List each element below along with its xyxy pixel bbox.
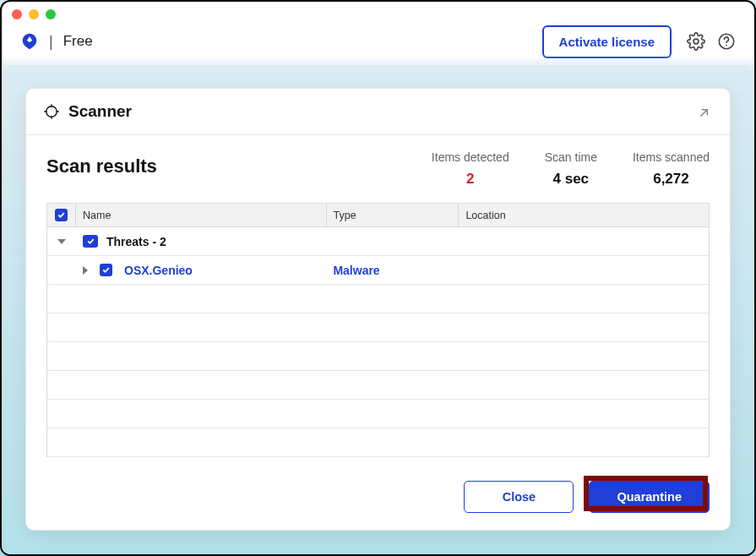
- stat: Items scanned6,272: [633, 150, 710, 188]
- stat: Items detected2: [432, 150, 509, 188]
- brand-logo-icon: [20, 32, 39, 51]
- gear-icon[interactable]: [687, 32, 705, 51]
- stat-value: 2: [432, 171, 509, 188]
- window-titlebar: [2, 2, 754, 27]
- column-name[interactable]: Name: [76, 204, 327, 226]
- app-window: | Free Activate license: [0, 0, 756, 556]
- table-row: [47, 342, 709, 371]
- svg-point-3: [46, 106, 57, 117]
- collapse-icon[interactable]: [698, 104, 713, 119]
- threat-location: [459, 256, 709, 284]
- table-row: [47, 428, 709, 457]
- svg-point-0: [693, 39, 699, 44]
- disclosure-closed-icon[interactable]: [83, 266, 88, 275]
- window-maximize-button[interactable]: [46, 9, 56, 19]
- window-minimize-button[interactable]: [29, 9, 39, 19]
- table-row: [47, 285, 709, 313]
- stat-value: 4 sec: [545, 171, 597, 188]
- app-header: | Free Activate license: [2, 27, 754, 66]
- svg-point-2: [726, 45, 727, 46]
- disclosure-open-icon[interactable]: [57, 239, 66, 244]
- threat-name: OSX.Genieo: [124, 264, 193, 277]
- group-name: Threats - 2: [106, 235, 166, 248]
- stat-label: Scan time: [545, 150, 597, 164]
- quarantine-button[interactable]: Quarantine: [589, 481, 710, 513]
- stats: Items detected2Scan time4 secItems scann…: [432, 150, 710, 188]
- table-header: Name Type Location: [47, 204, 709, 227]
- help-icon[interactable]: [717, 32, 736, 51]
- brand: | Free: [20, 32, 93, 51]
- brand-tier-label: Free: [63, 33, 93, 50]
- crosshair-icon: [43, 103, 60, 120]
- group-checkbox[interactable]: [83, 235, 98, 248]
- stat-label: Items detected: [432, 150, 509, 164]
- close-button[interactable]: Close: [464, 481, 574, 513]
- column-type[interactable]: Type: [327, 204, 460, 226]
- scanner-card: Scanner Scan results Items detected2Scan…: [25, 88, 731, 531]
- threat-group-row[interactable]: Threats - 2: [47, 227, 709, 256]
- stat: Scan time4 sec: [545, 150, 597, 188]
- card-header: Scanner: [26, 89, 730, 135]
- card-footer: Close Quarantine: [26, 467, 730, 530]
- table-row: [47, 313, 709, 342]
- brand-divider: |: [49, 33, 53, 51]
- threat-row[interactable]: OSX.GenieoMalware: [47, 256, 709, 285]
- stat-value: 6,272: [633, 171, 710, 188]
- table-row: [47, 400, 709, 428]
- select-all-checkbox[interactable]: [55, 209, 68, 221]
- results-table: Name Type Location Threats - 2OSX.Genieo…: [46, 203, 710, 457]
- summary-row: Scan results Items detected2Scan time4 s…: [26, 135, 730, 198]
- threat-type: Malware: [333, 264, 379, 277]
- table-row: [47, 371, 709, 400]
- card-title: Scanner: [68, 102, 132, 121]
- column-location[interactable]: Location: [459, 204, 709, 226]
- stat-label: Items scanned: [633, 150, 710, 164]
- activate-license-button[interactable]: Activate license: [542, 25, 672, 58]
- results-title: Scan results: [46, 155, 157, 177]
- threat-checkbox[interactable]: [100, 264, 112, 276]
- table-body: Threats - 2OSX.GenieoMalware: [47, 227, 709, 457]
- window-close-button[interactable]: [12, 9, 22, 19]
